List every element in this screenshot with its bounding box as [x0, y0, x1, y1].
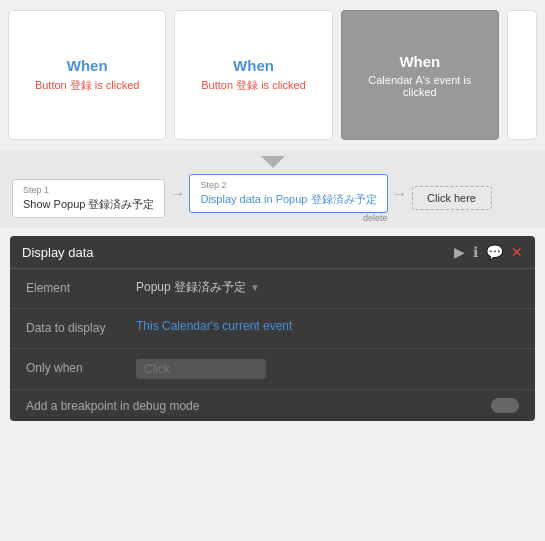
- card-2[interactable]: When Button 登録 is clicked: [174, 10, 332, 140]
- step-2-text: Display data in Popup 登録済み予定: [200, 192, 376, 207]
- data-to-display-link[interactable]: This Calendar's current event: [136, 319, 292, 333]
- card-1-subtitle: Button 登録 is clicked: [35, 78, 140, 93]
- only-when-input[interactable]: [136, 359, 266, 379]
- debug-toggle[interactable]: [491, 398, 519, 413]
- element-label: Element: [26, 279, 136, 295]
- step-arrow-2: →: [392, 185, 408, 211]
- card-2-title: When: [233, 57, 274, 74]
- steps-section: Step 1 Show Popup 登録済み予定 → Step 2 Displa…: [0, 168, 545, 228]
- element-value: Popup 登録済み予定 ▼: [136, 279, 519, 296]
- only-when-row: Only when: [10, 349, 535, 390]
- panel-title: Display data: [22, 245, 94, 260]
- step-arrow-1: →: [169, 185, 185, 211]
- element-dropdown-text: Popup 登録済み予定: [136, 279, 246, 296]
- card-1-title: When: [67, 57, 108, 74]
- only-when-label: Only when: [26, 359, 136, 375]
- toggle-row: Add a breakpoint in debug mode: [10, 390, 535, 421]
- play-icon[interactable]: ▶: [454, 244, 465, 260]
- element-dropdown[interactable]: Popup 登録済み予定 ▼: [136, 279, 519, 296]
- toggle-label: Add a breakpoint in debug mode: [26, 399, 491, 413]
- panel-header: Display data ▶ ℹ 💬 ✕: [10, 236, 535, 269]
- element-dropdown-arrow: ▼: [250, 282, 260, 293]
- down-triangle-icon: [261, 156, 285, 168]
- step-2-box[interactable]: Step 2 Display data in Popup 登録済み予定: [189, 174, 387, 213]
- click-here-box[interactable]: Click here: [412, 186, 492, 210]
- data-to-display-label: Data to display: [26, 319, 136, 335]
- step-1-box[interactable]: Step 1 Show Popup 登録済み予定: [12, 179, 165, 218]
- chat-icon[interactable]: 💬: [486, 244, 503, 260]
- card-2-subtitle: Button 登録 is clicked: [201, 78, 306, 93]
- card-3[interactable]: When Calendar A's event is clicked: [341, 10, 499, 140]
- card-3-subtitle: Calendar A's event is clicked: [352, 74, 488, 98]
- panel-icons: ▶ ℹ 💬 ✕: [454, 244, 523, 260]
- only-when-value: [136, 359, 519, 379]
- step-2-label: Step 2: [200, 180, 376, 190]
- divider-arrow-section: [0, 150, 545, 168]
- card-3-title: When: [399, 53, 440, 70]
- step-2-delete[interactable]: delete: [189, 213, 387, 223]
- element-row: Element Popup 登録済み予定 ▼: [10, 269, 535, 309]
- step-1-label: Step 1: [23, 185, 154, 195]
- card-partial: [507, 10, 537, 140]
- data-to-display-value: This Calendar's current event: [136, 319, 519, 333]
- step-1-text: Show Popup 登録済み予定: [23, 197, 154, 212]
- info-icon[interactable]: ℹ: [473, 244, 478, 260]
- cards-section: When Button 登録 is clicked When Button 登録…: [0, 0, 545, 150]
- display-data-panel: Display data ▶ ℹ 💬 ✕ Element Popup 登録済み予…: [10, 236, 535, 421]
- close-icon[interactable]: ✕: [511, 244, 523, 260]
- data-to-display-row: Data to display This Calendar's current …: [10, 309, 535, 349]
- click-here-label: Click here: [427, 192, 476, 204]
- card-1[interactable]: When Button 登録 is clicked: [8, 10, 166, 140]
